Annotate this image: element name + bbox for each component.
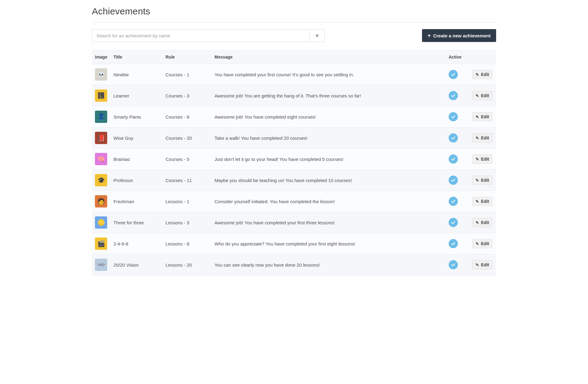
cell-title: 20/20 Vision	[110, 254, 162, 276]
page-title: Achievements	[92, 6, 496, 17]
cell-rule: Courses - 3	[162, 85, 211, 106]
cell-image: 🅻	[92, 85, 110, 106]
pencil-icon: ✎	[476, 241, 479, 246]
achievement-badge-icon: 💀	[95, 68, 107, 81]
cell-title: Three for three	[110, 212, 162, 233]
cell-edit: ✎Edit	[469, 149, 496, 170]
edit-button[interactable]: ✎Edit	[472, 133, 492, 143]
plus-icon: +	[428, 33, 431, 38]
cell-active	[446, 64, 469, 85]
achievement-badge-icon: 🎓	[95, 174, 107, 186]
active-check-icon	[449, 112, 458, 121]
edit-button-label: Edit	[481, 241, 489, 246]
edit-button-label: Edit	[481, 135, 489, 140]
toolbar: ✕ + Create a new achievement	[92, 29, 496, 42]
achievement-badge-icon: 🎬	[95, 238, 107, 250]
cell-title: 2-4-6-8	[110, 233, 162, 254]
active-check-icon	[449, 70, 458, 79]
cell-title: Wise Guy	[110, 127, 162, 149]
search-clear-button[interactable]: ✕	[309, 29, 325, 42]
cell-message: Awesome job! You are getting the hang of…	[211, 85, 446, 106]
cell-message: You have completed your first course! It…	[211, 64, 446, 85]
edit-button[interactable]: ✎Edit	[472, 176, 492, 185]
achievements-page: Achievements ✕ + Create a new achievemen…	[83, 0, 505, 276]
cell-active	[446, 191, 469, 212]
cell-rule: Courses - 11	[162, 170, 211, 191]
achievement-badge-icon: 👓	[95, 259, 107, 271]
col-header-edit	[469, 50, 496, 64]
achievements-table: Image Title Rule Message Active 💀NewbieC…	[92, 50, 496, 276]
achievement-badge-icon: 🧑	[95, 195, 107, 207]
cell-rule: Lessons - 1	[162, 191, 211, 212]
search-wrap: ✕	[92, 29, 325, 42]
active-check-icon	[449, 91, 458, 100]
col-header-message: Message	[211, 50, 446, 64]
cell-edit: ✎Edit	[469, 127, 496, 149]
cell-image: 👖	[92, 106, 110, 127]
cell-title: Professor	[110, 170, 162, 191]
cell-title: Freshman	[110, 191, 162, 212]
create-achievement-button[interactable]: + Create a new achievement	[422, 29, 496, 42]
cell-image: 📕	[92, 127, 110, 149]
cell-active	[446, 254, 469, 276]
table-body: 💀NewbieCourses - 1You have completed you…	[92, 64, 496, 276]
cell-title: Learner	[110, 85, 162, 106]
cell-edit: ✎Edit	[469, 64, 496, 85]
active-check-icon	[449, 218, 458, 227]
cell-active	[446, 127, 469, 149]
cell-message: Consider yourself initiated. You have co…	[211, 191, 446, 212]
cell-rule: Lessons - 20	[162, 254, 211, 276]
edit-button[interactable]: ✎Edit	[472, 91, 492, 100]
pencil-icon: ✎	[476, 263, 479, 267]
cell-active	[446, 106, 469, 127]
cell-active	[446, 149, 469, 170]
edit-button-label: Edit	[481, 199, 489, 204]
edit-button-label: Edit	[481, 178, 489, 183]
achievement-badge-icon: 📕	[95, 132, 107, 144]
active-check-icon	[449, 133, 458, 143]
cell-image: 🎓	[92, 170, 110, 191]
table-row: 📕Wise GuyCourses - 20Take a walk! You ha…	[92, 127, 496, 149]
pencil-icon: ✎	[476, 115, 479, 119]
cell-image: 👓	[92, 254, 110, 276]
edit-button[interactable]: ✎Edit	[472, 112, 492, 121]
col-header-title: Title	[110, 50, 162, 64]
table-header-row: Image Title Rule Message Active	[92, 50, 496, 64]
cell-title: Newbie	[110, 64, 162, 85]
cell-message: You can see clearly now you have done 20…	[211, 254, 446, 276]
cell-rule: Courses - 20	[162, 127, 211, 149]
edit-button[interactable]: ✎Edit	[472, 239, 492, 248]
col-header-image: Image	[92, 50, 110, 64]
header-divider	[92, 22, 496, 22]
cell-rule: Courses - 5	[162, 149, 211, 170]
table-row: 🧑FreshmanLessons - 1Consider yourself in…	[92, 191, 496, 212]
edit-button-label: Edit	[481, 93, 489, 98]
search-input[interactable]	[92, 29, 309, 42]
cell-edit: ✎Edit	[469, 170, 496, 191]
cell-edit: ✎Edit	[469, 212, 496, 233]
achievement-badge-icon: 🅻	[95, 89, 107, 102]
pencil-icon: ✎	[476, 199, 479, 204]
active-check-icon	[449, 176, 458, 185]
edit-button[interactable]: ✎Edit	[472, 70, 492, 79]
edit-button[interactable]: ✎Edit	[472, 260, 492, 269]
cell-message: Just don't let it go to your head! You h…	[211, 149, 446, 170]
cell-edit: ✎Edit	[469, 85, 496, 106]
edit-button[interactable]: ✎Edit	[472, 218, 492, 227]
active-check-icon	[449, 239, 458, 248]
active-check-icon	[449, 197, 458, 206]
cell-title: Brainiac	[110, 149, 162, 170]
edit-button[interactable]: ✎Edit	[472, 154, 492, 164]
cell-image: 🪙	[92, 212, 110, 233]
cell-rule: Lessons - 3	[162, 212, 211, 233]
table-row: 🅻LearnerCourses - 3Awesome job! You are …	[92, 85, 496, 106]
cell-edit: ✎Edit	[469, 233, 496, 254]
cell-edit: ✎Edit	[469, 254, 496, 276]
achievement-badge-icon: 🧠	[95, 153, 107, 165]
pencil-icon: ✎	[476, 178, 479, 183]
edit-button[interactable]: ✎Edit	[472, 197, 492, 206]
cell-active	[446, 85, 469, 106]
pencil-icon: ✎	[476, 93, 479, 98]
pencil-icon: ✎	[476, 136, 479, 140]
pencil-icon: ✎	[476, 72, 479, 77]
